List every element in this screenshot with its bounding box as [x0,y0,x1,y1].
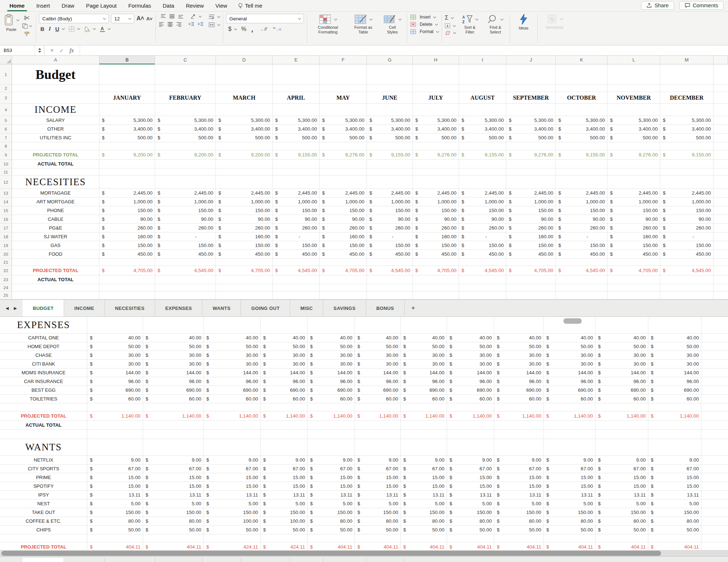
cell-AUGUST[interactable]: $2,445.00 [459,189,506,197]
cell-month-SEPTEMBER[interactable]: SEPTEMBER [506,92,556,103]
cell-AUGUST[interactable]: $80.00 [447,517,494,525]
cell-JANUARY[interactable]: $15.00 [87,473,143,482]
cell-JANUARY[interactable] [87,317,143,333]
menu-tab-home[interactable]: Home [4,0,31,11]
cell-JANUARY[interactable] [87,439,143,455]
cell-JUNE[interactable]: $9.00 [355,456,401,464]
cell-AUGUST[interactable]: $5,300.00 [459,116,506,124]
cell-JULY[interactable]: $60.00 [401,395,447,403]
cell-APRIL[interactable] [273,85,320,92]
cell-NOVEMBER[interactable]: $15.00 [596,482,648,490]
cell-label[interactable]: FOOD [12,250,99,258]
tab-nav-right-icon[interactable]: ▶ [14,306,17,311]
cell-MAY[interactable]: $50.00 [308,526,355,534]
cell-JANUARY[interactable]: $30.00 [87,360,143,368]
cell-JULY[interactable]: $150.00 [413,206,459,215]
cell-MARCH[interactable] [204,534,261,542]
cell-month-JUNE[interactable]: JUNE [367,92,413,103]
cell-FEBRUARY[interactable] [155,64,216,84]
cell-AUGUST[interactable]: $500.00 [459,133,506,142]
cell-label[interactable]: GAS [12,241,99,250]
format-cells-button[interactable]: Format [410,29,439,34]
cell-OCTOBER[interactable]: $15.00 [544,473,596,482]
cell-MARCH[interactable] [216,85,273,92]
cell-NOVEMBER[interactable]: $60.00 [596,395,648,403]
cell-MAY[interactable]: $96.00 [308,377,355,386]
cell-JUNE[interactable]: $96.00 [355,377,401,386]
cell-JUNE[interactable] [367,64,413,84]
cell-APRIL[interactable] [273,160,320,168]
confirm-entry-icon[interactable]: ✓ [59,48,64,53]
cell-month-JULY[interactable]: JULY [413,92,459,103]
sheet-tab-going-out[interactable]: GOING OUT [241,558,290,562]
cell-MAY[interactable] [308,403,355,411]
cell-label[interactable]: TOILETRIES [0,395,87,403]
number-format-select[interactable]: General [226,14,304,23]
cell-DECEMBER[interactable]: $150.00 [660,206,713,215]
cell-OCTOBER[interactable]: $260.00 [556,224,608,232]
cell-JUNE[interactable] [355,534,401,542]
font-color-button[interactable]: A [100,26,110,32]
cell-DECEMBER[interactable]: $690.00 [648,386,701,394]
cell-APRIL[interactable]: $260.00 [273,224,320,232]
cell-MAY[interactable] [308,534,355,542]
cell-JANUARY[interactable]: $450.00 [99,250,155,258]
cell-JULY[interactable] [401,534,447,542]
cell-label[interactable] [12,92,99,103]
column-header-H[interactable]: H [413,56,459,64]
row-header-25[interactable]: 25 [0,291,12,299]
cell-MARCH[interactable]: $30.00 [204,351,261,359]
cell-AUGUST[interactable]: $96.00 [447,377,494,386]
cell-APRIL[interactable]: $60.00 [261,395,308,403]
column-header-M[interactable]: M [660,56,713,64]
cell-AUGUST[interactable]: $150.00 [459,241,506,250]
cell-MARCH[interactable] [204,403,261,411]
cell-DECEMBER[interactable]: $30.00 [648,360,701,368]
cell-MAY[interactable] [308,421,355,429]
cell-MARCH[interactable]: $67.00 [204,465,261,473]
stepper-up-icon[interactable] [38,48,41,50]
column-header-L[interactable]: L [608,56,660,64]
cell-SEPTEMBER[interactable]: $144.00 [494,368,544,377]
cell-MAY[interactable]: $2,445.00 [320,189,367,197]
cell-SEPTEMBER[interactable] [506,291,556,299]
cell-DECEMBER[interactable]: $150.00 [648,508,701,517]
cell-MAY[interactable]: $9.00 [308,456,355,464]
row-header-18[interactable]: 18 [0,232,12,241]
cell-NOVEMBER[interactable] [608,85,660,92]
cell-SEPTEMBER[interactable] [506,168,556,175]
cell-JULY[interactable]: $90.00 [413,215,459,223]
cell-label[interactable] [0,430,87,439]
cell-JULY[interactable]: $160.00 [413,232,459,241]
comments-button[interactable]: Comments [679,1,724,10]
stepper-down-icon[interactable] [38,51,41,53]
cell-MARCH[interactable]: $1,140.00 [204,411,261,420]
cell-DECEMBER[interactable]: $5,300.00 [660,116,713,124]
row-header-20[interactable]: 20 [0,250,12,258]
cell-FEBRUARY[interactable] [143,421,204,429]
cell-MAY[interactable]: $1,000.00 [320,198,367,206]
cell-MARCH[interactable] [204,317,261,333]
cell-SEPTEMBER[interactable]: $450.00 [506,250,556,258]
cell-SEPTEMBER[interactable]: $90.00 [506,215,556,223]
cell-month-AUGUST[interactable]: AUGUST [459,92,506,103]
cell-FEBRUARY[interactable]: $1,000.00 [155,198,216,206]
cell-SEPTEMBER[interactable]: $50.00 [494,526,544,534]
cell-JULY[interactable]: $40.00 [401,334,447,342]
column-header-K[interactable]: K [556,56,608,64]
cell-JULY[interactable]: $1,140.00 [401,411,447,420]
cell-APRIL[interactable]: $5,300.00 [273,116,320,124]
cell-JANUARY[interactable]: $50.00 [87,342,143,351]
cell-DECEMBER[interactable]: $260.00 [660,224,713,232]
tab-nav-arrows[interactable]: ◀▶ [0,300,23,316]
sheet-tab-necesities[interactable]: NECESITIES [105,300,155,316]
cell-AUGUST[interactable] [447,317,494,333]
cell-DECEMBER[interactable]: $15.00 [648,482,701,490]
cell-JULY[interactable]: $50.00 [401,526,447,534]
cell-AUGUST[interactable] [459,85,506,92]
cell-MAY[interactable]: $1,140.00 [308,411,355,420]
cell-DECEMBER[interactable] [660,291,713,299]
cell-DECEMBER[interactable]: $450.00 [660,250,713,258]
row-header-16[interactable]: 16 [0,215,12,223]
cell-APRIL[interactable] [273,168,320,175]
